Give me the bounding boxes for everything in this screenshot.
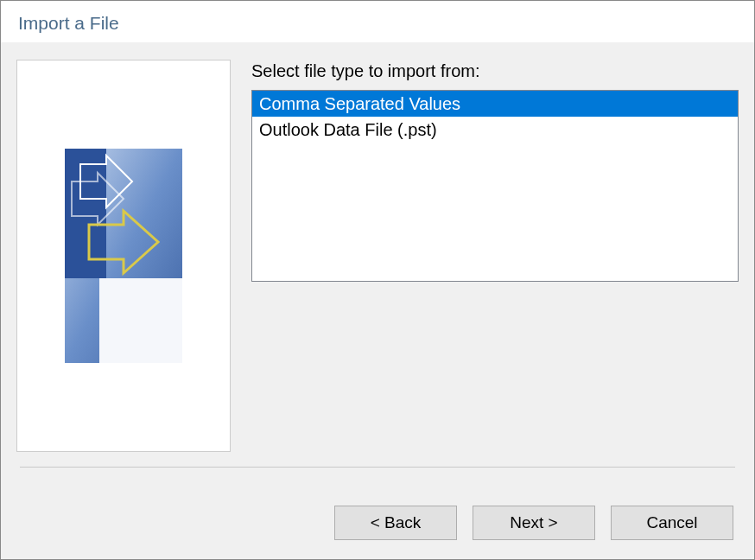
file-type-label: Select file type to import from:: [251, 61, 739, 81]
footer-area: < Back Next > Cancel: [1, 467, 754, 559]
cancel-button[interactable]: Cancel: [611, 506, 733, 540]
wizard-image-panel: [16, 60, 231, 452]
svg-marker-3: [99, 278, 182, 363]
dialog-title: Import a File: [1, 1, 754, 42]
back-button[interactable]: < Back: [334, 506, 457, 540]
right-panel: Select file type to import from: Comma S…: [251, 60, 739, 467]
separator-line: [20, 467, 735, 468]
list-item-pst[interactable]: Outlook Data File (.pst): [252, 117, 738, 143]
next-button[interactable]: Next >: [473, 506, 595, 540]
list-item-csv[interactable]: Comma Separated Values: [252, 91, 738, 117]
file-type-listbox[interactable]: Comma Separated Values Outlook Data File…: [251, 90, 739, 282]
content-area: Select file type to import from: Comma S…: [1, 42, 754, 467]
import-file-dialog: Import a File: [0, 0, 755, 560]
wizard-arrow-graphic: [65, 149, 182, 363]
